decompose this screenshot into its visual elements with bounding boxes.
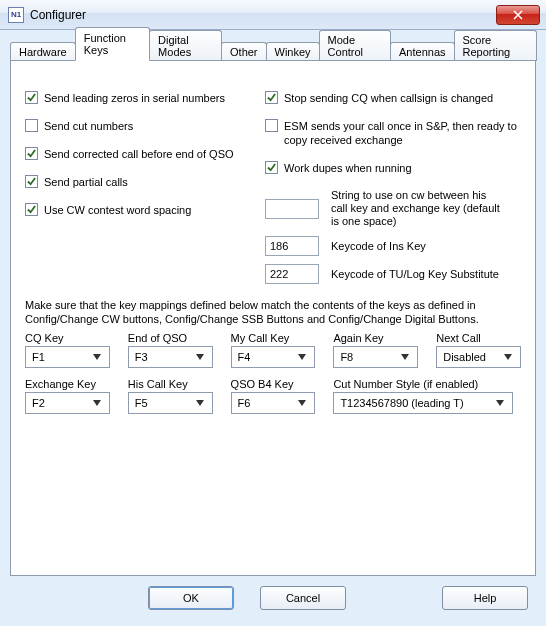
chevron-down-icon bbox=[89, 349, 105, 365]
cut-number-style-field: Cut Number Style (if enabled) T123456789… bbox=[333, 378, 521, 414]
chevron-down-icon bbox=[500, 349, 516, 365]
select-value: F1 bbox=[32, 351, 45, 363]
his-call-key-field: His Call Key F5 bbox=[128, 378, 213, 414]
chevron-down-icon bbox=[89, 395, 105, 411]
next-call-label: Next Call bbox=[436, 332, 521, 344]
next-call-select[interactable]: Disabled bbox=[436, 346, 521, 368]
cq-key-field: CQ Key F1 bbox=[25, 332, 110, 368]
checkbox-icon bbox=[265, 161, 278, 174]
title-bar: N1 Configurer bbox=[0, 0, 546, 30]
select-value: F2 bbox=[32, 397, 45, 409]
end-qso-select[interactable]: F3 bbox=[128, 346, 213, 368]
tab-panel-function-keys: Send leading zeros in serial numbers Sen… bbox=[10, 60, 536, 576]
chevron-down-icon bbox=[192, 395, 208, 411]
ins-keycode-input[interactable] bbox=[265, 236, 319, 256]
chevron-down-icon bbox=[192, 349, 208, 365]
my-call-key-label: My Call Key bbox=[231, 332, 316, 344]
select-value: F5 bbox=[135, 397, 148, 409]
select-value: Disabled bbox=[443, 351, 486, 363]
next-call-field: Next Call Disabled bbox=[436, 332, 521, 368]
cq-key-select[interactable]: F1 bbox=[25, 346, 110, 368]
qso-b4-key-select[interactable]: F6 bbox=[231, 392, 316, 414]
his-call-key-select[interactable]: F5 bbox=[128, 392, 213, 414]
tab-score-reporting[interactable]: Score Reporting bbox=[454, 30, 538, 61]
dialog-button-bar: OK Cancel Help bbox=[10, 576, 536, 616]
select-value: F6 bbox=[238, 397, 251, 409]
checkbox-icon bbox=[25, 119, 38, 132]
checkbox-icon bbox=[25, 203, 38, 216]
checkbox-label: Send partial calls bbox=[44, 175, 128, 189]
window-title: Configurer bbox=[30, 8, 86, 22]
end-qso-label: End of QSO bbox=[128, 332, 213, 344]
checkbox-icon bbox=[25, 175, 38, 188]
tu-keycode-input[interactable] bbox=[265, 264, 319, 284]
tab-function-keys[interactable]: Function Keys bbox=[75, 27, 150, 61]
select-value: F8 bbox=[340, 351, 353, 363]
checkbox-cut-numbers[interactable]: Send cut numbers bbox=[25, 119, 265, 133]
checkbox-label: Use CW contest word spacing bbox=[44, 203, 191, 217]
chevron-down-icon bbox=[397, 349, 413, 365]
between-keys-input[interactable] bbox=[265, 199, 319, 219]
my-call-key-select[interactable]: F4 bbox=[231, 346, 316, 368]
checkbox-icon bbox=[25, 147, 38, 160]
checkbox-esm-sends-call[interactable]: ESM sends your call once in S&P, then re… bbox=[265, 119, 521, 147]
checkbox-partial-calls[interactable]: Send partial calls bbox=[25, 175, 265, 189]
select-value: F4 bbox=[238, 351, 251, 363]
checkbox-leading-zeros[interactable]: Send leading zeros in serial numbers bbox=[25, 91, 265, 105]
cq-key-label: CQ Key bbox=[25, 332, 110, 344]
tab-strip: Hardware Function Keys Digital Modes Oth… bbox=[10, 38, 536, 60]
app-icon: N1 bbox=[8, 7, 24, 23]
tab-antennas[interactable]: Antennas bbox=[390, 42, 454, 61]
my-call-key-field: My Call Key F4 bbox=[231, 332, 316, 368]
exchange-key-select[interactable]: F2 bbox=[25, 392, 110, 414]
his-call-key-label: His Call Key bbox=[128, 378, 213, 390]
ok-button[interactable]: OK bbox=[148, 586, 234, 610]
qso-b4-key-field: QSO B4 Key F6 bbox=[231, 378, 316, 414]
again-key-label: Again Key bbox=[333, 332, 418, 344]
again-key-select[interactable]: F8 bbox=[333, 346, 418, 368]
checkbox-label: ESM sends your call once in S&P, then re… bbox=[284, 119, 521, 147]
cut-number-style-label: Cut Number Style (if enabled) bbox=[333, 378, 521, 390]
qso-b4-key-label: QSO B4 Key bbox=[231, 378, 316, 390]
checkbox-label: Send corrected call before end of QSO bbox=[44, 147, 234, 161]
select-value: F3 bbox=[135, 351, 148, 363]
checkbox-label: Work dupes when running bbox=[284, 161, 412, 175]
tab-other[interactable]: Other bbox=[221, 42, 267, 61]
checkbox-label: Send leading zeros in serial numbers bbox=[44, 91, 225, 105]
tab-mode-control[interactable]: Mode Control bbox=[319, 30, 391, 61]
close-button[interactable] bbox=[496, 5, 540, 25]
checkbox-work-dupes[interactable]: Work dupes when running bbox=[265, 161, 521, 175]
checkbox-stop-cq[interactable]: Stop sending CQ when callsign is changed bbox=[265, 91, 521, 105]
tab-winkey[interactable]: Winkey bbox=[266, 42, 320, 61]
close-icon bbox=[513, 10, 523, 20]
tab-digital-modes[interactable]: Digital Modes bbox=[149, 30, 222, 61]
chevron-down-icon bbox=[492, 395, 508, 411]
select-value: T1234567890 (leading T) bbox=[340, 397, 463, 409]
cancel-button[interactable]: Cancel bbox=[260, 586, 346, 610]
again-key-field: Again Key F8 bbox=[333, 332, 418, 368]
exchange-key-label: Exchange Key bbox=[25, 378, 110, 390]
chevron-down-icon bbox=[294, 395, 310, 411]
tu-keycode-label: Keycode of TU/Log Key Substitute bbox=[331, 268, 499, 281]
end-qso-field: End of QSO F3 bbox=[128, 332, 213, 368]
checkbox-label: Stop sending CQ when callsign is changed bbox=[284, 91, 493, 105]
checkbox-corrected-call[interactable]: Send corrected call before end of QSO bbox=[25, 147, 265, 161]
tab-hardware[interactable]: Hardware bbox=[10, 42, 76, 61]
help-button[interactable]: Help bbox=[442, 586, 528, 610]
checkbox-label: Send cut numbers bbox=[44, 119, 133, 133]
between-keys-label: String to use on cw between his call key… bbox=[331, 189, 501, 228]
exchange-key-field: Exchange Key F2 bbox=[25, 378, 110, 414]
key-mapping-note: Make sure that the key mappings defined … bbox=[25, 298, 521, 326]
checkbox-cw-contest-spacing[interactable]: Use CW contest word spacing bbox=[25, 203, 265, 217]
checkbox-icon bbox=[25, 91, 38, 104]
checkbox-icon bbox=[265, 119, 278, 132]
cut-number-style-select[interactable]: T1234567890 (leading T) bbox=[333, 392, 513, 414]
chevron-down-icon bbox=[294, 349, 310, 365]
ins-keycode-label: Keycode of Ins Key bbox=[331, 240, 426, 253]
checkbox-icon bbox=[265, 91, 278, 104]
